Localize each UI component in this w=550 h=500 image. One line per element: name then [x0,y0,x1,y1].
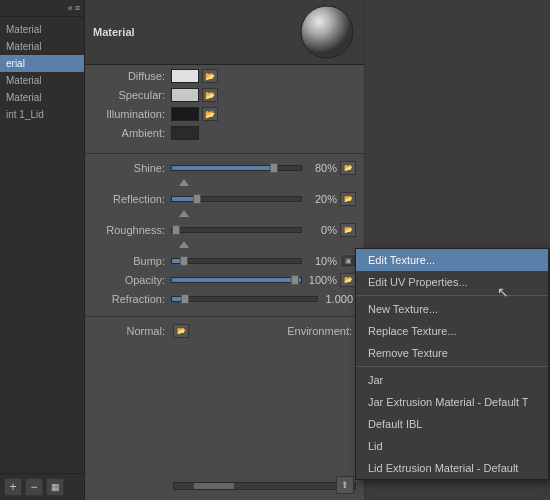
bump-slider[interactable] [171,253,302,269]
folder-icon-opacity: 📂 [344,276,353,284]
roughness-triangle [179,241,189,248]
roughness-value: 0% [302,224,340,236]
opacity-thumb[interactable] [291,275,299,285]
sidebar-list: Material Material erial Material Materia… [0,21,84,123]
shine-label: Shine: [93,162,171,174]
upload-icon: ⬆ [341,480,349,490]
reflection-triangle [179,210,189,217]
bump-special-btn[interactable]: ▣ [340,254,356,268]
shine-folder-btn[interactable]: 📂 [340,161,356,175]
scroll-thumb[interactable] [194,483,234,489]
folder-icon-normal: 📂 [177,327,186,335]
opacity-slider[interactable] [171,272,302,288]
sidebar-item-5[interactable]: int 1_Lid [0,106,84,123]
upload-btn[interactable]: ⬆ [336,476,354,494]
add-material-button[interactable]: + [4,478,22,496]
minus-icon[interactable]: − [25,478,43,496]
sidebar-item-0[interactable]: Material [0,21,84,38]
folder-icon-reflection: 📂 [344,195,353,203]
divider-2 [85,316,364,317]
bump-icon: ▣ [345,257,352,265]
specular-folder-btn[interactable]: 📂 [202,88,218,102]
bump-thumb[interactable] [180,256,188,266]
main-panel: Material Diffuse: 📂 Specular: [85,0,365,500]
normal-folder-btn[interactable]: 📂 [173,324,189,338]
bump-row: Bump: 10% ▣ [93,253,356,269]
illumination-folder-btn[interactable]: 📂 [202,107,218,121]
bump-label: Bump: [93,255,171,267]
normal-label: Normal: [93,325,171,337]
opacity-value: 100% [302,274,340,286]
menu-item-default-ibl[interactable]: Default IBL [356,413,548,435]
sidebar-top-icons: « ≡ [0,0,84,17]
refraction-label: Refraction: [93,293,171,305]
shine-slider[interactable] [171,160,302,176]
panel-header: Material [85,0,364,65]
reflection-row: Reflection: 20% 📂 [93,191,356,207]
roughness-label: Roughness: [93,224,171,236]
shine-thumb[interactable] [270,163,278,173]
opacity-fill [172,278,301,282]
roughness-row: Roughness: 0% 📂 [93,222,356,238]
menu-item-new-texture[interactable]: New Texture... [356,298,548,320]
menu-item-edit-uv[interactable]: Edit UV Properties... [356,271,548,293]
diffuse-folder-btn[interactable]: 📂 [202,69,218,83]
opacity-label: Opacity: [93,274,171,286]
shine-value: 80% [302,162,340,174]
reflection-label: Reflection: [93,193,171,205]
panel-title: Material [93,26,135,38]
menu-item-lid[interactable]: Lid [356,435,548,457]
menu-item-jar-extrusion[interactable]: Jar Extrusion Material - Default T [356,391,548,413]
svg-point-0 [301,6,353,58]
sidebar-bottom-buttons: + − ▦ [0,473,85,500]
reflection-slider[interactable] [171,191,302,207]
context-menu: Edit Texture... Edit UV Properties... Ne… [355,248,549,480]
opacity-folder-btn[interactable]: 📂 [340,273,356,287]
specular-row: Specular: 📂 [93,88,356,102]
roughness-thumb[interactable] [172,225,180,235]
folder-icon-3: 📂 [205,110,215,119]
menu-item-jar[interactable]: Jar [356,369,548,391]
roughness-folder-btn[interactable]: 📂 [340,223,356,237]
refraction-thumb[interactable] [181,294,189,304]
refraction-slider[interactable] [171,291,318,307]
folder-icon-shine: 📂 [344,164,353,172]
reflection-thumb[interactable] [193,194,201,204]
menu-item-lid-extrusion[interactable]: Lid Extrusion Material - Default [356,457,548,479]
left-sidebar: « ≡ Material Material erial Material Mat… [0,0,85,500]
panel-scrollbar[interactable] [173,482,356,490]
diffuse-label: Diffuse: [93,70,171,82]
shine-fill [172,166,275,170]
reflection-sub [93,210,356,217]
menu-separator-2 [356,366,548,367]
sidebar-item-3[interactable]: Material [0,72,84,89]
ambient-row: Ambient: [93,126,356,140]
folder-icon: 📂 [205,72,215,81]
roughness-slider[interactable] [171,222,302,238]
shine-triangle [179,179,189,186]
ambient-color-box[interactable] [171,126,199,140]
shine-sub [93,179,356,186]
refraction-row: Refraction: 1.000 [93,291,356,307]
specular-color-box[interactable] [171,88,199,102]
sidebar-item-4[interactable]: Material [0,89,84,106]
grid-icon[interactable]: ▦ [46,478,64,496]
menu-separator-1 [356,295,548,296]
diffuse-row: Diffuse: 📂 [93,69,356,83]
sidebar-item-2[interactable]: erial [0,55,84,72]
sidebar-item-1[interactable]: Material [0,38,84,55]
illumination-color-box[interactable] [171,107,199,121]
menu-item-replace-texture[interactable]: Replace Texture... [356,320,548,342]
normal-env-row: Normal: 📂 Environment: [85,321,364,341]
reflection-value: 20% [302,193,340,205]
diffuse-color-box[interactable] [171,69,199,83]
color-properties: Diffuse: 📂 Specular: 📂 Illumination: 📂 A… [85,65,364,149]
menu-icon[interactable]: ≡ [75,3,80,13]
menu-item-remove-texture[interactable]: Remove Texture [356,342,548,364]
reflection-folder-btn[interactable]: 📂 [340,192,356,206]
ambient-label: Ambient: [93,127,171,139]
specular-label: Specular: [93,89,171,101]
divider-1 [85,153,364,154]
collapse-icon[interactable]: « [68,3,73,13]
menu-item-edit-texture[interactable]: Edit Texture... [356,249,548,271]
